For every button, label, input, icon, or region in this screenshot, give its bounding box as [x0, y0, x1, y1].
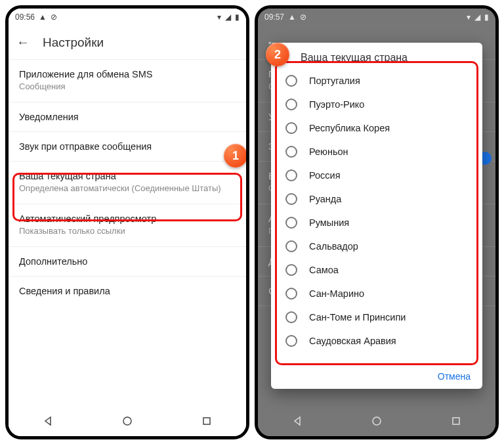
phone-right: 09:57 ▲ ⊘ ▾ ◢ ▮ ← ПриСоо Уве Зву ВашОпр … — [255, 5, 499, 439]
svg-rect-3 — [453, 418, 459, 424]
country-option[interactable]: Румыния — [275, 211, 478, 234]
settings-list: Приложение для обмена SMS Сообщения Увед… — [9, 60, 246, 305]
radio-icon — [285, 240, 297, 252]
svg-point-0 — [123, 417, 131, 425]
setting-sms-app[interactable]: Приложение для обмена SMS Сообщения — [9, 60, 246, 102]
wifi-icon: ▾ — [467, 12, 471, 22]
back-arrow-icon[interactable]: ← — [16, 35, 30, 50]
country-option[interactable]: Республика Корея — [275, 116, 478, 140]
country-option[interactable]: Россия — [275, 164, 478, 187]
setting-current-country[interactable]: Ваша текущая страна Определена автоматич… — [9, 162, 246, 204]
country-list[interactable]: Португалия Пуэрто-Рико Республика Корея … — [271, 69, 482, 365]
country-dialog: Ваша текущая страна Португалия Пуэрто-Ри… — [271, 43, 482, 389]
dnd-icon: ⊘ — [300, 12, 306, 22]
country-option[interactable]: Руанда — [275, 187, 478, 211]
warning-icon: ▲ — [288, 12, 296, 22]
phone-left: 09:56 ▲ ⊘ ▾ ◢ ▮ ← Настройки Приложение д… — [5, 5, 249, 439]
nav-back-icon[interactable] — [292, 416, 303, 426]
country-option[interactable]: Сальвадор — [275, 234, 478, 258]
battery-icon: ▮ — [484, 12, 489, 22]
clock: 09:56 — [15, 12, 35, 22]
radio-icon — [285, 335, 297, 347]
radio-icon — [285, 169, 297, 181]
setting-send-sound[interactable]: Звук при отправке сообщения — [9, 132, 246, 162]
callout-badge-2: 2 — [266, 43, 289, 66]
page-title: Настройки — [43, 35, 104, 50]
nav-bar — [258, 406, 495, 436]
radio-icon — [285, 122, 297, 134]
cancel-button[interactable]: Отмена — [438, 371, 471, 382]
warning-icon: ▲ — [39, 12, 47, 22]
dialog-title: Ваша текущая страна — [271, 43, 482, 69]
country-option[interactable]: Сан-Марино — [275, 282, 478, 305]
nav-recent-icon[interactable] — [201, 416, 212, 426]
dnd-icon: ⊘ — [51, 12, 57, 22]
callout-badge-1: 1 — [224, 144, 247, 167]
app-bar: ← Настройки — [9, 26, 246, 60]
wifi-icon: ▾ — [217, 12, 221, 22]
nav-recent-icon[interactable] — [451, 416, 461, 426]
radio-icon — [285, 146, 297, 158]
nav-back-icon[interactable] — [43, 416, 53, 426]
setting-notifications[interactable]: Уведомления — [9, 102, 246, 132]
setting-advanced[interactable]: Дополнительно — [9, 247, 246, 277]
radio-icon — [285, 99, 297, 110]
country-option[interactable]: Самоа — [275, 258, 478, 282]
clock: 09:57 — [264, 12, 284, 22]
status-bar: 09:56 ▲ ⊘ ▾ ◢ ▮ — [9, 9, 246, 26]
setting-auto-preview[interactable]: Автоматический предпросмотр Показывать т… — [9, 204, 246, 247]
country-option[interactable]: Саудовская Аравия — [275, 329, 478, 353]
radio-icon — [285, 288, 297, 300]
svg-rect-1 — [203, 418, 210, 424]
signal-icon: ◢ — [225, 12, 231, 22]
battery-icon: ▮ — [235, 12, 240, 22]
status-bar: 09:57 ▲ ⊘ ▾ ◢ ▮ — [258, 9, 495, 26]
radio-icon — [285, 217, 297, 229]
country-option[interactable]: Пуэрто-Рико — [275, 93, 478, 116]
nav-bar — [9, 406, 246, 436]
setting-about[interactable]: Сведения и правила — [9, 277, 246, 305]
radio-icon — [285, 75, 297, 87]
radio-icon — [285, 193, 297, 205]
nav-home-icon[interactable] — [122, 416, 133, 426]
country-option[interactable]: Реюньон — [275, 140, 478, 164]
country-option[interactable]: Португалия — [275, 69, 478, 93]
radio-icon — [285, 264, 297, 276]
nav-home-icon[interactable] — [371, 416, 382, 426]
country-option[interactable]: Сан-Томе и Принсипи — [275, 305, 478, 329]
radio-icon — [285, 311, 297, 323]
svg-point-2 — [373, 417, 381, 425]
signal-icon: ◢ — [474, 12, 480, 22]
